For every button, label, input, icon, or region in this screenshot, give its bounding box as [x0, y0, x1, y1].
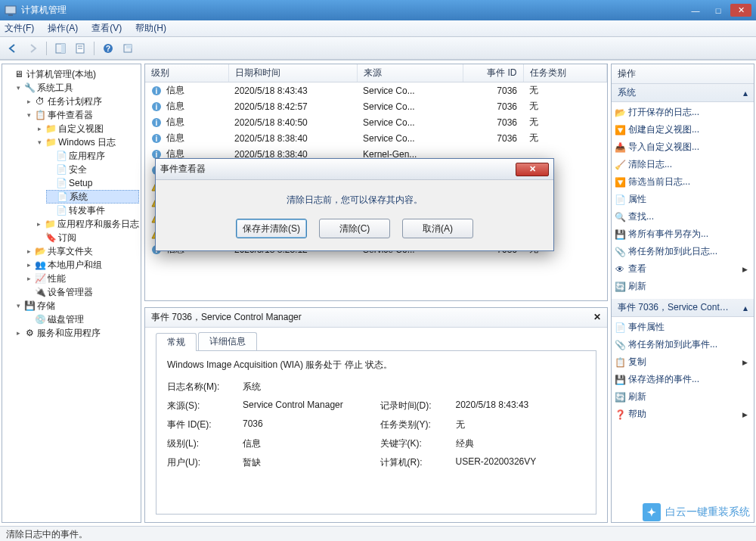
table-row[interactable]: i信息 2020/5/18 8:38:40 Service Co... 7036… [145, 130, 607, 146]
tree-services-apps[interactable]: ▸⚙服务和应用程序 [14, 326, 139, 340]
folder-icon: 📁 [45, 137, 56, 148]
action-attach[interactable]: 📎将任务附加到此日志... [612, 243, 754, 260]
tree-log-application[interactable]: 📄应用程序 [46, 149, 139, 163]
action-help[interactable]: ❓帮助▶ [612, 295, 754, 299]
col-category[interactable]: 任务类别 [523, 64, 607, 82]
minimize-button[interactable]: — [685, 4, 706, 17]
dialog-clear-button[interactable]: 清除(C) [319, 219, 390, 238]
val-logged: 2020/5/18 8:43:43 [456, 400, 586, 412]
action-copy[interactable]: 📋复制▶ [612, 353, 754, 371]
actions-group-event[interactable]: 事件 7036，Service Control...▴ [612, 299, 754, 317]
action-label: 将任务附加到此事件... [628, 338, 717, 351]
saveas-icon: 💾 [615, 229, 625, 240]
action-import[interactable]: 📥导入自定义视图... [612, 138, 754, 156]
table-row[interactable]: i信息 2020/5/18 8:43:43 Service Co... 7036… [145, 82, 607, 99]
tree-disk-management[interactable]: 💿磁盘管理 [25, 312, 139, 326]
table-row[interactable]: i信息 2020/5/18 8:40:50 Service Co... 7036… [145, 114, 607, 130]
action-attach2[interactable]: 📎将任务附加到此事件... [612, 336, 754, 353]
refresh-button[interactable] [119, 40, 136, 57]
maximize-button[interactable]: □ [708, 4, 729, 17]
details-close-icon[interactable]: ✕ [593, 312, 601, 322]
tree-log-system[interactable]: 📄系统 [46, 190, 139, 204]
tree-windows-logs[interactable]: ▾📁Windows 日志 [36, 135, 139, 149]
menu-file[interactable]: 文件(F) [5, 22, 34, 35]
lbl-eventid: 事件 ID(E): [167, 418, 235, 431]
subscription-icon: 🔖 [45, 232, 56, 243]
svg-text:i: i [156, 119, 158, 127]
svg-rect-1 [8, 14, 13, 16]
action-filter2[interactable]: 🔽筛选当前日志... [612, 173, 754, 191]
tree-log-setup[interactable]: 📄Setup [46, 176, 139, 190]
log-icon: 📄 [56, 151, 67, 161]
folder-icon: 📁 [45, 219, 55, 229]
action-prop[interactable]: 📄属性 [612, 191, 754, 208]
tab-details[interactable]: 详细信息 [198, 332, 257, 350]
forward-button[interactable] [24, 40, 41, 57]
actions-group-system[interactable]: 系统▴ [612, 84, 754, 102]
dialog-save-clear-button[interactable]: 保存并清除(S) [236, 219, 307, 238]
cell-source: Service Co... [357, 98, 463, 114]
tree-log-forwarded[interactable]: 📄转发事件 [46, 204, 139, 217]
action-refresh[interactable]: 🔄刷新 [612, 278, 754, 295]
val-eventid: 7036 [243, 418, 373, 431]
col-datetime[interactable]: 日期和时间 [228, 64, 357, 82]
info-icon: i [151, 86, 162, 96]
menu-action[interactable]: 操作(A) [48, 22, 78, 35]
tree-storage[interactable]: ▾💾存储 [14, 299, 139, 312]
dialog-close-button[interactable]: ✕ [516, 163, 549, 176]
tree-custom-views[interactable]: ▸📁自定义视图 [36, 122, 139, 135]
show-hide-action-pane-button[interactable] [52, 40, 69, 57]
chevron-right-icon: ▶ [742, 266, 748, 273]
action-refresh[interactable]: 🔄刷新 [612, 388, 754, 406]
find-icon: 🔍 [615, 212, 625, 222]
tree-device-manager[interactable]: 🔌设备管理器 [25, 285, 139, 299]
cell-level: 信息 [166, 116, 184, 129]
action-savesel[interactable]: 💾保存选择的事件... [612, 371, 754, 388]
tree-subscriptions[interactable]: 🔖订阅 [36, 231, 139, 244]
import-icon: 📥 [615, 142, 625, 153]
menu-help[interactable]: 帮助(H) [135, 22, 166, 35]
info-icon: i [151, 101, 162, 112]
svg-text:i: i [156, 103, 158, 111]
action-label: 事件属性 [628, 321, 665, 334]
properties-button[interactable] [72, 40, 88, 57]
cell-datetime: 2020/5/18 8:38:40 [228, 130, 357, 146]
action-label: 查看 [628, 263, 646, 275]
action-saveas[interactable]: 💾将所有事件另存为... [612, 225, 754, 243]
action-find[interactable]: 🔍查找... [612, 208, 754, 225]
dialog-title: 事件查看器 [160, 163, 206, 176]
help-button[interactable]: ? [100, 40, 116, 57]
log-icon: 📄 [56, 164, 67, 175]
action-label: 帮助 [628, 297, 646, 299]
col-source[interactable]: 来源 [357, 64, 463, 82]
tree-task-scheduler[interactable]: ▸⏱任务计划程序 [25, 95, 139, 108]
tree-app-service-logs[interactable]: ▸📁应用程序和服务日志 [36, 217, 139, 231]
dialog-cancel-button[interactable]: 取消(A) [402, 219, 473, 238]
action-clear[interactable]: 🧹清除日志... [612, 156, 754, 173]
action-open[interactable]: 📂打开保存的日志... [612, 104, 754, 121]
tree-system-tools[interactable]: ▾🔧系统工具 [14, 81, 139, 95]
close-button[interactable]: ✕ [730, 4, 751, 17]
cell-datetime: 2020/5/18 8:43:43 [228, 82, 357, 99]
tree-log-security[interactable]: 📄安全 [46, 163, 139, 176]
back-button[interactable] [5, 40, 21, 57]
tree-pane[interactable]: 🖥计算机管理(本地) ▾🔧系统工具 ▸⏱任务计划程序 ▾📋事件查看器 ▸📁自定义… [2, 64, 141, 523]
tab-general[interactable]: 常规 [156, 333, 197, 351]
log-icon: 📄 [57, 191, 67, 202]
action-view[interactable]: 👁查看▶ [612, 260, 754, 278]
col-eventid[interactable]: 事件 ID [463, 64, 523, 82]
action-filter[interactable]: 🔽创建自定义视图... [612, 121, 754, 138]
event-message: Windows Image Acquisition (WIA) 服务处于 停止 … [167, 359, 585, 372]
tree-shared-folders[interactable]: ▸📂共享文件夹 [25, 244, 139, 258]
clear-icon: 🧹 [615, 160, 625, 170]
menu-view[interactable]: 查看(V) [91, 22, 122, 35]
tree-event-viewer[interactable]: ▾📋事件查看器 [25, 108, 139, 122]
services-icon: ⚙ [24, 328, 35, 338]
tree-local-users[interactable]: ▸👥本地用户和组 [25, 258, 139, 272]
action-evprop[interactable]: 📄事件属性 [612, 319, 754, 336]
tree-performance[interactable]: ▸📈性能 [25, 272, 139, 285]
table-row[interactable]: i信息 2020/5/18 8:42:57 Service Co... 7036… [145, 98, 607, 114]
col-level[interactable]: 级别 [145, 64, 228, 82]
action-help[interactable]: ❓帮助▶ [612, 406, 754, 423]
tree-root[interactable]: 🖥计算机管理(本地) [4, 67, 139, 81]
